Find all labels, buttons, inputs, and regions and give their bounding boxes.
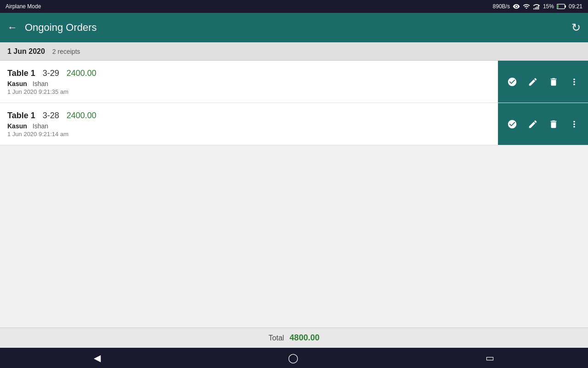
table-name-2: Table 1 [7,111,35,121]
svg-rect-6 [565,6,566,8]
delete-button-1[interactable] [544,72,563,92]
status-bar: Airplane Mode 890B/s 15% 09:21 [0,0,588,13]
delete-icon-1 [548,77,559,87]
order-amount-1: 2400.00 [67,69,96,78]
svg-rect-3 [538,6,539,10]
order-info-2: Table 1 3-28 2400.00 Kasun Ishan 1 Jun 2… [0,103,498,145]
nav-back-button[interactable]: ◀ [83,349,112,367]
total-amount: 4800.00 [289,333,319,343]
more-icon-1 [569,77,579,87]
order-time-2: 1 Jun 2020 9:21:14 am [7,131,491,138]
date-header: 1 Jun 2020 2 receipts [0,42,588,61]
date-label: 1 Jun 2020 [7,47,45,56]
delete-button-2[interactable] [544,115,563,134]
order-info-1: Table 1 3-29 2400.00 Kasun Ishan 1 Jun 2… [0,61,498,103]
back-button[interactable]: ← [7,22,17,34]
edit-button-1[interactable] [523,72,543,92]
page-title: Ongoing Orders [25,22,97,34]
total-label: Total [269,334,284,342]
battery-level: 15% [543,3,554,10]
eye-icon [513,3,520,10]
order-number-1: 3-29 [43,69,59,78]
check-button-1[interactable] [503,72,522,92]
waiter-name-1: Ishan [33,80,48,87]
order-actions-2 [498,103,588,145]
edit-icon-1 [528,77,538,87]
edit-button-2[interactable] [523,115,543,134]
time-display: 09:21 [569,3,582,10]
delete-icon-2 [548,119,559,129]
table-name-1: Table 1 [7,69,35,78]
edit-icon-2 [528,119,538,129]
svg-rect-1 [535,7,536,10]
more-icon-2 [569,119,579,129]
order-top-row-2: Table 1 3-28 2400.00 [7,111,491,121]
check-button-2[interactable] [503,115,522,134]
signal-icon [533,3,540,10]
waiter-name-2: Ishan [33,122,48,130]
battery-icon [557,3,566,10]
more-button-1[interactable] [565,72,584,92]
order-staff-row-2: Kasun Ishan [7,122,491,130]
staff-name-2: Kasun [7,122,27,130]
check-icon-1 [507,77,517,87]
nav-bar: ◀ ◯ ▭ [0,348,588,368]
more-button-2[interactable] [565,115,584,134]
staff-name-1: Kasun [7,80,27,87]
order-top-row-1: Table 1 3-29 2400.00 [7,69,491,78]
app-bar: ← Ongoing Orders ↻ [0,13,588,42]
order-actions-1 [498,61,588,103]
wifi-icon [523,3,530,10]
order-row-2: Table 1 3-28 2400.00 Kasun Ishan 1 Jun 2… [0,103,588,145]
total-bar: Total 4800.00 [0,328,588,348]
receipts-count: 2 receipts [52,48,80,55]
order-number-2: 3-28 [43,111,59,121]
svg-rect-0 [533,8,534,10]
airplane-mode-label: Airplane Mode [6,3,41,10]
refresh-button[interactable]: ↻ [571,21,581,34]
svg-rect-2 [537,6,537,10]
order-staff-row-1: Kasun Ishan [7,80,491,87]
order-time-1: 1 Jun 2020 9:21:35 am [7,88,491,95]
order-row: Table 1 3-29 2400.00 Kasun Ishan 1 Jun 2… [0,61,588,103]
nav-home-button[interactable]: ◯ [277,349,309,367]
order-list: Table 1 3-29 2400.00 Kasun Ishan 1 Jun 2… [0,61,588,145]
status-bar-right: 890B/s 15% 09:21 [493,3,582,10]
network-speed: 890B/s [493,3,510,10]
check-icon-2 [507,119,517,129]
svg-rect-5 [557,5,559,8]
order-amount-2: 2400.00 [67,111,96,121]
nav-recents-button[interactable]: ▭ [475,349,505,367]
app-bar-left: ← Ongoing Orders [7,22,97,34]
